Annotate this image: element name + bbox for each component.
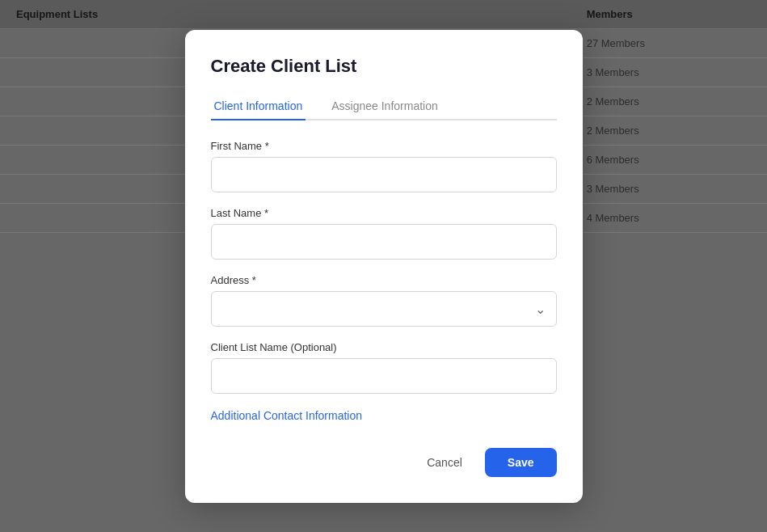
modal-backdrop: Create Client List Client Information As… (0, 0, 767, 532)
client-list-name-label: Client List Name (Optional) (211, 341, 557, 353)
cancel-button[interactable]: Cancel (414, 448, 475, 477)
first-name-input[interactable] (211, 157, 557, 192)
last-name-input[interactable] (211, 224, 557, 260)
save-button[interactable]: Save (485, 448, 557, 477)
first-name-label: First Name * (211, 140, 557, 152)
tab-client-information[interactable]: Client Information (211, 93, 306, 120)
first-name-group: First Name * (211, 140, 557, 192)
tabs-container: Client Information Assignee Information (211, 93, 557, 120)
client-list-name-input[interactable] (211, 358, 557, 394)
address-select[interactable] (211, 291, 557, 327)
client-list-name-group: Client List Name (Optional) (211, 341, 557, 394)
address-group: Address * ⌄ (211, 274, 557, 327)
modal-dialog: Create Client List Client Information As… (185, 30, 583, 503)
last-name-label: Last Name * (211, 207, 557, 219)
address-label: Address * (211, 274, 557, 286)
tab-assignee-information[interactable]: Assignee Information (328, 93, 441, 120)
modal-footer: Cancel Save (211, 448, 557, 477)
modal-title: Create Client List (211, 56, 557, 77)
last-name-group: Last Name * (211, 207, 557, 260)
additional-contact-link[interactable]: Additional Contact Information (211, 409, 363, 422)
address-select-wrapper: ⌄ (211, 291, 557, 327)
